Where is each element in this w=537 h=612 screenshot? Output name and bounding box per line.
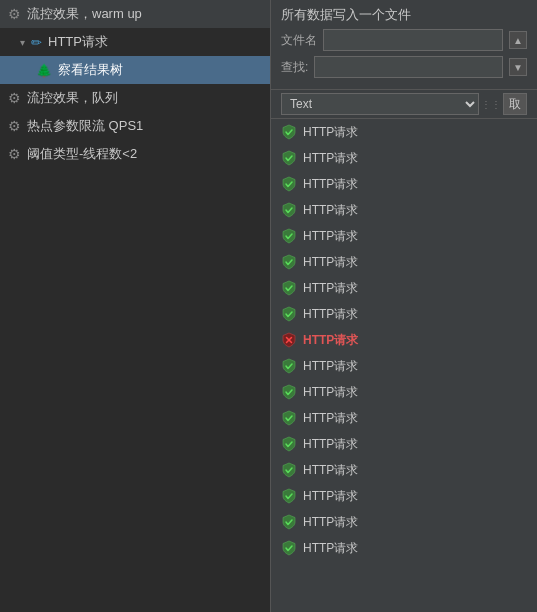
list-item[interactable]: HTTP请求 [271, 171, 537, 197]
sidebar-item-flow-warmup[interactable]: ⚙ 流控效果，warm up [0, 0, 270, 28]
shield-green-icon [281, 150, 297, 166]
list-item-text: HTTP请求 [303, 306, 358, 323]
list-item-text: HTTP请求 [303, 202, 358, 219]
sidebar-item-view-result-tree[interactable]: 🌲 察看结果树 [0, 56, 270, 84]
tree-icon: 🌲 [36, 63, 52, 78]
list-item-text: HTTP请求 [303, 384, 358, 401]
shield-green-icon [281, 384, 297, 400]
list-item-text: HTTP请求 [303, 176, 358, 193]
shield-green-icon [281, 176, 297, 192]
list-item[interactable]: HTTP请求 [271, 509, 537, 535]
shield-green-icon [281, 254, 297, 270]
left-panel: ⚙ 流控效果，warm up ▾ ✏ HTTP请求 🌲 察看结果树 ⚙ 流控效果… [0, 0, 270, 612]
shield-green-icon [281, 124, 297, 140]
list-item-text: HTTP请求 [303, 280, 358, 297]
sidebar-item-label: 流控效果，队列 [27, 89, 118, 107]
list-item-text: HTTP请求 [303, 332, 358, 349]
list-item[interactable]: HTTP请求 [271, 223, 537, 249]
shield-green-icon [281, 228, 297, 244]
list-item[interactable]: HTTP请求 [271, 405, 537, 431]
shield-green-icon [281, 410, 297, 426]
shield-red-icon [281, 332, 297, 348]
sidebar-item-label: HTTP请求 [48, 33, 108, 51]
list-item-text: HTTP请求 [303, 228, 358, 245]
list-item-text: HTTP请求 [303, 436, 358, 453]
gear-icon: ⚙ [8, 146, 21, 162]
list-item[interactable]: HTTP请求 [271, 431, 537, 457]
list-item-text: HTTP请求 [303, 358, 358, 375]
panel-title: 所有数据写入一个文件 [281, 6, 527, 24]
sidebar-item-threshold-type[interactable]: ⚙ 阈值类型-线程数<2 [0, 140, 270, 168]
sidebar-item-flow-queue[interactable]: ⚙ 流控效果，队列 [0, 84, 270, 112]
shield-green-icon [281, 306, 297, 322]
list-item[interactable]: HTTP请求 [271, 301, 537, 327]
chevron-down-icon: ▾ [20, 37, 25, 48]
list-item[interactable]: HTTP请求 [271, 457, 537, 483]
list-item-text: HTTP请求 [303, 254, 358, 271]
shield-green-icon [281, 436, 297, 452]
list-item[interactable]: HTTP请求 [271, 249, 537, 275]
scroll-up-btn[interactable]: ▲ [509, 31, 527, 49]
shield-green-icon [281, 514, 297, 530]
shield-green-icon [281, 358, 297, 374]
list-item-text: HTTP请求 [303, 540, 358, 557]
list-item[interactable]: HTTP请求 [271, 379, 537, 405]
list-item-text: HTTP请求 [303, 488, 358, 505]
pencil-icon: ✏ [31, 35, 42, 50]
result-list: HTTP请求HTTP请求HTTP请求HTTP请求HTTP请求HTTP请求HTTP… [271, 119, 537, 612]
list-item[interactable]: HTTP请求 [271, 119, 537, 145]
list-item-text: HTTP请求 [303, 462, 358, 479]
dropdown-row: Text JSON XML CSV ⋮⋮ 取 [271, 90, 537, 119]
list-item-text: HTTP请求 [303, 514, 358, 531]
gear-icon: ⚙ [8, 90, 21, 106]
list-item-text: HTTP请求 [303, 150, 358, 167]
filename-label: 文件名 [281, 32, 317, 49]
filename-row: 文件名 ▲ [281, 29, 527, 51]
filename-input[interactable] [323, 29, 503, 51]
shield-green-icon [281, 202, 297, 218]
format-dropdown[interactable]: Text JSON XML CSV [281, 93, 479, 115]
search-input[interactable] [314, 56, 503, 78]
search-row: 查找: ▼ [281, 56, 527, 78]
shield-green-icon [281, 280, 297, 296]
shield-green-icon [281, 488, 297, 504]
list-item[interactable]: HTTP请求 [271, 353, 537, 379]
list-item-text: HTTP请求 [303, 124, 358, 141]
extra-handle[interactable]: ⋮⋮ [481, 99, 501, 110]
gear-icon: ⚙ [8, 118, 21, 134]
list-item[interactable]: HTTP请求 [271, 327, 537, 353]
search-label: 查找: [281, 59, 308, 76]
list-item[interactable]: HTTP请求 [271, 275, 537, 301]
gear-icon: ⚙ [8, 6, 21, 22]
sidebar-item-label: 阈值类型-线程数<2 [27, 145, 137, 163]
list-item-text: HTTP请求 [303, 410, 358, 427]
sidebar-item-label: 察看结果树 [58, 61, 123, 79]
shield-green-icon [281, 462, 297, 478]
list-item[interactable]: HTTP请求 [271, 145, 537, 171]
shield-green-icon [281, 540, 297, 556]
list-item[interactable]: HTTP请求 [271, 483, 537, 509]
sidebar-item-label: 流控效果，warm up [27, 5, 142, 23]
scroll-down-btn[interactable]: ▼ [509, 58, 527, 76]
filter-button[interactable]: 取 [503, 93, 527, 115]
sidebar-item-hotspot-qps[interactable]: ⚙ 热点参数限流 QPS1 [0, 112, 270, 140]
right-panel: 所有数据写入一个文件 文件名 ▲ 查找: ▼ Text JSON XML CSV… [270, 0, 537, 612]
list-area-wrapper: HTTP请求HTTP请求HTTP请求HTTP请求HTTP请求HTTP请求HTTP… [271, 119, 537, 612]
list-item[interactable]: HTTP请求 [271, 197, 537, 223]
sidebar-item-http-request-parent[interactable]: ▾ ✏ HTTP请求 [0, 28, 270, 56]
sidebar-item-label: 热点参数限流 QPS1 [27, 117, 143, 135]
right-top-area: 所有数据写入一个文件 文件名 ▲ 查找: ▼ [271, 0, 537, 90]
list-item[interactable]: HTTP请求 [271, 535, 537, 561]
